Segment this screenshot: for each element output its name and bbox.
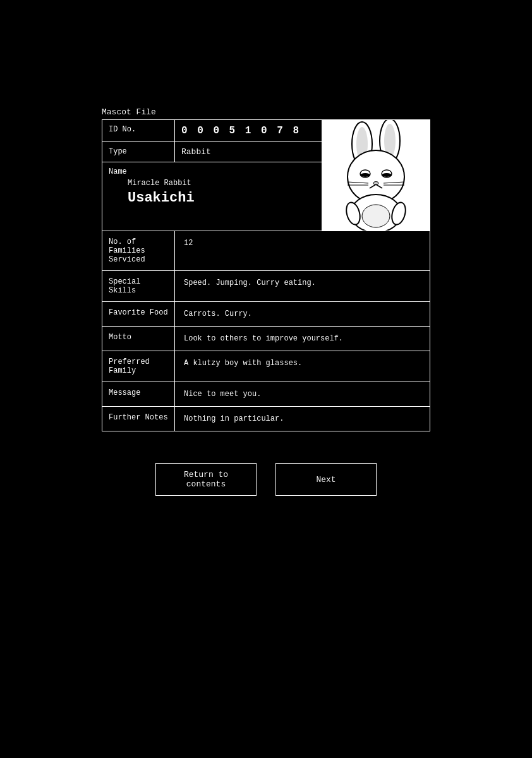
svg-point-9 bbox=[373, 182, 378, 185]
next-button[interactable]: Next bbox=[275, 463, 377, 496]
table-row: Preferred FamilyA klutzy boy with glasse… bbox=[102, 351, 430, 382]
table-row: Favorite FoodCarrots. Curry. bbox=[102, 302, 430, 327]
main-table: No. of Families Serviced12Special Skills… bbox=[102, 231, 430, 431]
table-row: MessageNice to meet you. bbox=[102, 382, 430, 407]
table-label: Favorite Food bbox=[102, 302, 175, 326]
table-row: No. of Families Serviced12 bbox=[102, 231, 430, 271]
table-label: Further Notes bbox=[102, 407, 175, 431]
table-value: Nice to meet you. bbox=[175, 382, 430, 406]
rabbit-image bbox=[322, 120, 430, 231]
table-row: Further NotesNothing in particular. bbox=[102, 407, 430, 431]
table-value: Speed. Jumping. Curry eating. bbox=[175, 271, 430, 301]
name-section: Name Miracle Rabbit Usakichi bbox=[102, 162, 322, 214]
svg-point-6 bbox=[360, 173, 370, 177]
table-value: Nothing in particular. bbox=[175, 407, 430, 431]
table-value: A klutzy boy with glasses. bbox=[175, 351, 430, 382]
name-label: Name bbox=[109, 167, 315, 176]
id-label: ID No. bbox=[102, 120, 175, 141]
table-label: Preferred Family bbox=[102, 351, 175, 382]
table-label: Special Skills bbox=[102, 271, 175, 301]
type-label: Type bbox=[102, 142, 175, 162]
table-value: Look to others to improve yourself. bbox=[175, 327, 430, 351]
mascot-file-container: Mascot File ID No. 0 0 0 5 1 0 7 8 Type … bbox=[102, 107, 430, 431]
table-value: 12 bbox=[175, 231, 430, 270]
page-wrapper: Mascot File ID No. 0 0 0 5 1 0 7 8 Type … bbox=[0, 0, 532, 758]
type-row: Type Rabbit bbox=[102, 142, 322, 162]
type-value: Rabbit bbox=[175, 142, 322, 162]
id-value: 0 0 0 5 1 0 7 8 bbox=[175, 120, 322, 141]
rabbit-svg bbox=[325, 120, 426, 231]
file-title: Mascot File bbox=[102, 107, 430, 117]
svg-point-8 bbox=[382, 173, 392, 177]
name-subtitle: Miracle Rabbit bbox=[128, 179, 315, 188]
table-label: No. of Families Serviced bbox=[102, 231, 175, 270]
name-main: Usakichi bbox=[128, 190, 315, 206]
svg-point-19 bbox=[362, 205, 390, 227]
table-value: Carrots. Curry. bbox=[175, 302, 430, 326]
id-row: ID No. 0 0 0 5 1 0 7 8 bbox=[102, 120, 322, 142]
buttons-row: Return to contents Next bbox=[155, 463, 377, 496]
return-button[interactable]: Return to contents bbox=[155, 463, 257, 496]
table-label: Message bbox=[102, 382, 175, 406]
table-row: MottoLook to others to improve yourself. bbox=[102, 327, 430, 351]
top-left: ID No. 0 0 0 5 1 0 7 8 Type Rabbit Name … bbox=[102, 120, 322, 231]
table-row: Special SkillsSpeed. Jumping. Curry eati… bbox=[102, 271, 430, 302]
top-card: ID No. 0 0 0 5 1 0 7 8 Type Rabbit Name … bbox=[102, 119, 430, 231]
table-label: Motto bbox=[102, 327, 175, 351]
